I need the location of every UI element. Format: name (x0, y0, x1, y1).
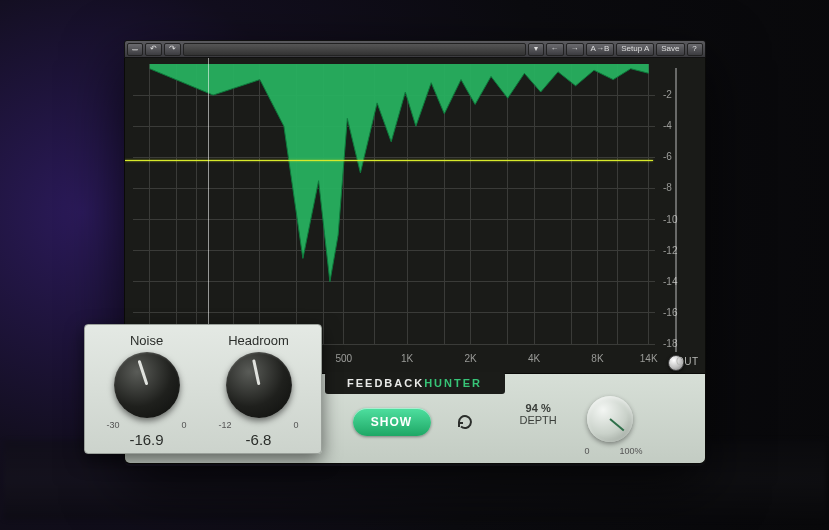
svg-text:-2: -2 (663, 89, 672, 100)
svg-text:8K: 8K (591, 353, 604, 364)
depth-scale-max: 100% (619, 446, 642, 456)
frequency-cursor[interactable] (208, 58, 209, 342)
depth-scale-min: 0 (585, 446, 590, 456)
svg-text:-4: -4 (663, 120, 672, 131)
arrow-left-icon[interactable]: ← (546, 43, 564, 56)
svg-text:14K: 14K (639, 353, 657, 364)
save-button[interactable]: Save (656, 43, 684, 56)
depth-knob[interactable]: 0 100% (587, 396, 633, 442)
noise-knob[interactable] (114, 352, 180, 418)
plugin-window: ↶ ↷ ▾ ← → A→B Setup A Save ? -2-4-6-8-10… (124, 40, 706, 466)
help-button[interactable]: ? (687, 43, 703, 56)
noise-scale-max: 0 (181, 420, 186, 430)
threshold-line[interactable] (125, 160, 653, 161)
prev-preset-button[interactable]: ▾ (528, 43, 544, 56)
waves-logo-icon[interactable] (127, 43, 143, 56)
output-slider-track (675, 68, 677, 352)
brand-part1: FEEDBACK (347, 377, 424, 389)
preset-display[interactable] (183, 43, 526, 56)
svg-text:2K: 2K (464, 353, 477, 364)
svg-text:4K: 4K (527, 353, 540, 364)
headroom-knob[interactable] (226, 352, 292, 418)
detail-card: Noise -30 0 -16.9 Headroom -12 0 -6.8 (84, 324, 322, 454)
depth-readout: 94 % DEPTH (520, 402, 557, 426)
setup-button[interactable]: Setup A (616, 43, 654, 56)
headroom-column: Headroom -12 0 -6.8 (203, 333, 315, 449)
brand-bar: FEEDBACKHUNTER (325, 372, 505, 394)
svg-text:-8: -8 (663, 182, 672, 193)
out-label: OUT (676, 356, 699, 367)
depth-value: 94 % (520, 402, 557, 414)
ab-compare-button[interactable]: A→B (586, 43, 615, 56)
arrow-right-icon[interactable]: → (566, 43, 584, 56)
headroom-value: -6.8 (203, 431, 315, 448)
redo-button[interactable]: ↷ (164, 43, 181, 56)
show-button[interactable]: SHOW (353, 408, 431, 436)
svg-text:1K: 1K (401, 353, 414, 364)
depth-label: DEPTH (520, 414, 557, 426)
noise-column: Noise -30 0 -16.9 (91, 333, 203, 449)
toolbar: ↶ ↷ ▾ ← → A→B Setup A Save ? (124, 40, 706, 58)
undo-button[interactable]: ↶ (145, 43, 162, 56)
svg-text:-6: -6 (663, 151, 672, 162)
headroom-label: Headroom (203, 333, 315, 348)
reset-button[interactable] (455, 412, 475, 432)
brand-part2: HUNTER (424, 377, 482, 389)
noise-value: -16.9 (91, 431, 203, 448)
noise-label: Noise (91, 333, 203, 348)
headroom-scale-max: 0 (293, 420, 298, 430)
headroom-scale-min: -12 (219, 420, 232, 430)
svg-text:500: 500 (335, 353, 352, 364)
noise-scale-min: -30 (107, 420, 120, 430)
